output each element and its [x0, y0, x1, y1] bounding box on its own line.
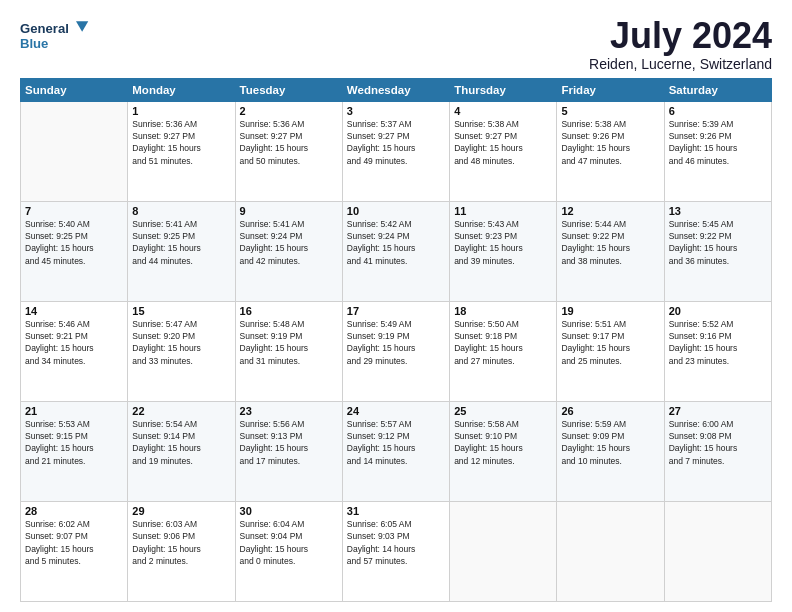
- col-sunday: Sunday: [21, 78, 128, 101]
- logo: General Blue: [20, 16, 90, 56]
- day-number: 23: [240, 405, 338, 417]
- table-row: 24Sunrise: 5:57 AMSunset: 9:12 PMDayligh…: [342, 401, 449, 501]
- day-number: 14: [25, 305, 123, 317]
- day-number: 9: [240, 205, 338, 217]
- table-row: 29Sunrise: 6:03 AMSunset: 9:06 PMDayligh…: [128, 501, 235, 601]
- day-number: 20: [669, 305, 767, 317]
- location: Reiden, Lucerne, Switzerland: [589, 56, 772, 72]
- table-row: 22Sunrise: 5:54 AMSunset: 9:14 PMDayligh…: [128, 401, 235, 501]
- day-number: 6: [669, 105, 767, 117]
- title-block: July 2024 Reiden, Lucerne, Switzerland: [589, 16, 772, 72]
- day-info: Sunrise: 6:04 AMSunset: 9:04 PMDaylight:…: [240, 518, 338, 567]
- day-info: Sunrise: 5:37 AMSunset: 9:27 PMDaylight:…: [347, 118, 445, 167]
- day-info: Sunrise: 5:42 AMSunset: 9:24 PMDaylight:…: [347, 218, 445, 267]
- day-info: Sunrise: 5:52 AMSunset: 9:16 PMDaylight:…: [669, 318, 767, 367]
- day-number: 30: [240, 505, 338, 517]
- svg-text:General: General: [20, 21, 69, 36]
- day-info: Sunrise: 5:41 AMSunset: 9:25 PMDaylight:…: [132, 218, 230, 267]
- day-info: Sunrise: 5:56 AMSunset: 9:13 PMDaylight:…: [240, 418, 338, 467]
- table-row: 19Sunrise: 5:51 AMSunset: 9:17 PMDayligh…: [557, 301, 664, 401]
- day-number: 22: [132, 405, 230, 417]
- day-info: Sunrise: 5:58 AMSunset: 9:10 PMDaylight:…: [454, 418, 552, 467]
- day-number: 24: [347, 405, 445, 417]
- day-info: Sunrise: 6:00 AMSunset: 9:08 PMDaylight:…: [669, 418, 767, 467]
- col-friday: Friday: [557, 78, 664, 101]
- day-info: Sunrise: 6:05 AMSunset: 9:03 PMDaylight:…: [347, 518, 445, 567]
- day-info: Sunrise: 5:36 AMSunset: 9:27 PMDaylight:…: [240, 118, 338, 167]
- day-info: Sunrise: 5:54 AMSunset: 9:14 PMDaylight:…: [132, 418, 230, 467]
- table-row: 30Sunrise: 6:04 AMSunset: 9:04 PMDayligh…: [235, 501, 342, 601]
- table-row: 10Sunrise: 5:42 AMSunset: 9:24 PMDayligh…: [342, 201, 449, 301]
- month-year: July 2024: [589, 16, 772, 56]
- day-info: Sunrise: 5:51 AMSunset: 9:17 PMDaylight:…: [561, 318, 659, 367]
- table-row: 8Sunrise: 5:41 AMSunset: 9:25 PMDaylight…: [128, 201, 235, 301]
- day-number: 29: [132, 505, 230, 517]
- calendar-week-row: 21Sunrise: 5:53 AMSunset: 9:15 PMDayligh…: [21, 401, 772, 501]
- table-row: 6Sunrise: 5:39 AMSunset: 9:26 PMDaylight…: [664, 101, 771, 201]
- day-number: 19: [561, 305, 659, 317]
- day-info: Sunrise: 5:45 AMSunset: 9:22 PMDaylight:…: [669, 218, 767, 267]
- day-info: Sunrise: 5:49 AMSunset: 9:19 PMDaylight:…: [347, 318, 445, 367]
- calendar-header-row: Sunday Monday Tuesday Wednesday Thursday…: [21, 78, 772, 101]
- calendar: Sunday Monday Tuesday Wednesday Thursday…: [20, 78, 772, 602]
- table-row: 31Sunrise: 6:05 AMSunset: 9:03 PMDayligh…: [342, 501, 449, 601]
- table-row: 7Sunrise: 5:40 AMSunset: 9:25 PMDaylight…: [21, 201, 128, 301]
- table-row: 9Sunrise: 5:41 AMSunset: 9:24 PMDaylight…: [235, 201, 342, 301]
- day-info: Sunrise: 5:39 AMSunset: 9:26 PMDaylight:…: [669, 118, 767, 167]
- day-number: 18: [454, 305, 552, 317]
- calendar-week-row: 1Sunrise: 5:36 AMSunset: 9:27 PMDaylight…: [21, 101, 772, 201]
- day-info: Sunrise: 5:43 AMSunset: 9:23 PMDaylight:…: [454, 218, 552, 267]
- day-number: 31: [347, 505, 445, 517]
- calendar-week-row: 14Sunrise: 5:46 AMSunset: 9:21 PMDayligh…: [21, 301, 772, 401]
- day-number: 1: [132, 105, 230, 117]
- day-info: Sunrise: 5:38 AMSunset: 9:26 PMDaylight:…: [561, 118, 659, 167]
- day-info: Sunrise: 5:57 AMSunset: 9:12 PMDaylight:…: [347, 418, 445, 467]
- table-row: 21Sunrise: 5:53 AMSunset: 9:15 PMDayligh…: [21, 401, 128, 501]
- day-number: 13: [669, 205, 767, 217]
- table-row: 23Sunrise: 5:56 AMSunset: 9:13 PMDayligh…: [235, 401, 342, 501]
- day-info: Sunrise: 5:50 AMSunset: 9:18 PMDaylight:…: [454, 318, 552, 367]
- table-row: 12Sunrise: 5:44 AMSunset: 9:22 PMDayligh…: [557, 201, 664, 301]
- col-saturday: Saturday: [664, 78, 771, 101]
- day-number: 5: [561, 105, 659, 117]
- svg-text:Blue: Blue: [20, 36, 48, 51]
- day-number: 11: [454, 205, 552, 217]
- day-info: Sunrise: 5:59 AMSunset: 9:09 PMDaylight:…: [561, 418, 659, 467]
- table-row: 5Sunrise: 5:38 AMSunset: 9:26 PMDaylight…: [557, 101, 664, 201]
- table-row: 18Sunrise: 5:50 AMSunset: 9:18 PMDayligh…: [450, 301, 557, 401]
- day-number: 16: [240, 305, 338, 317]
- day-number: 3: [347, 105, 445, 117]
- table-row: 14Sunrise: 5:46 AMSunset: 9:21 PMDayligh…: [21, 301, 128, 401]
- table-row: 15Sunrise: 5:47 AMSunset: 9:20 PMDayligh…: [128, 301, 235, 401]
- table-row: [664, 501, 771, 601]
- table-row: 4Sunrise: 5:38 AMSunset: 9:27 PMDaylight…: [450, 101, 557, 201]
- day-number: 21: [25, 405, 123, 417]
- table-row: 17Sunrise: 5:49 AMSunset: 9:19 PMDayligh…: [342, 301, 449, 401]
- day-number: 7: [25, 205, 123, 217]
- table-row: 26Sunrise: 5:59 AMSunset: 9:09 PMDayligh…: [557, 401, 664, 501]
- table-row: 20Sunrise: 5:52 AMSunset: 9:16 PMDayligh…: [664, 301, 771, 401]
- table-row: 28Sunrise: 6:02 AMSunset: 9:07 PMDayligh…: [21, 501, 128, 601]
- day-info: Sunrise: 6:03 AMSunset: 9:06 PMDaylight:…: [132, 518, 230, 567]
- svg-marker-2: [76, 21, 88, 32]
- day-info: Sunrise: 5:41 AMSunset: 9:24 PMDaylight:…: [240, 218, 338, 267]
- table-row: [557, 501, 664, 601]
- calendar-week-row: 28Sunrise: 6:02 AMSunset: 9:07 PMDayligh…: [21, 501, 772, 601]
- day-number: 15: [132, 305, 230, 317]
- day-info: Sunrise: 6:02 AMSunset: 9:07 PMDaylight:…: [25, 518, 123, 567]
- day-info: Sunrise: 5:47 AMSunset: 9:20 PMDaylight:…: [132, 318, 230, 367]
- table-row: [450, 501, 557, 601]
- table-row: 3Sunrise: 5:37 AMSunset: 9:27 PMDaylight…: [342, 101, 449, 201]
- table-row: 27Sunrise: 6:00 AMSunset: 9:08 PMDayligh…: [664, 401, 771, 501]
- table-row: 2Sunrise: 5:36 AMSunset: 9:27 PMDaylight…: [235, 101, 342, 201]
- table-row: 11Sunrise: 5:43 AMSunset: 9:23 PMDayligh…: [450, 201, 557, 301]
- page: General Blue July 2024 Reiden, Lucerne, …: [0, 0, 792, 612]
- col-monday: Monday: [128, 78, 235, 101]
- day-info: Sunrise: 5:44 AMSunset: 9:22 PMDaylight:…: [561, 218, 659, 267]
- header: General Blue July 2024 Reiden, Lucerne, …: [20, 16, 772, 72]
- day-number: 25: [454, 405, 552, 417]
- day-number: 8: [132, 205, 230, 217]
- table-row: 1Sunrise: 5:36 AMSunset: 9:27 PMDaylight…: [128, 101, 235, 201]
- day-info: Sunrise: 5:40 AMSunset: 9:25 PMDaylight:…: [25, 218, 123, 267]
- day-info: Sunrise: 5:36 AMSunset: 9:27 PMDaylight:…: [132, 118, 230, 167]
